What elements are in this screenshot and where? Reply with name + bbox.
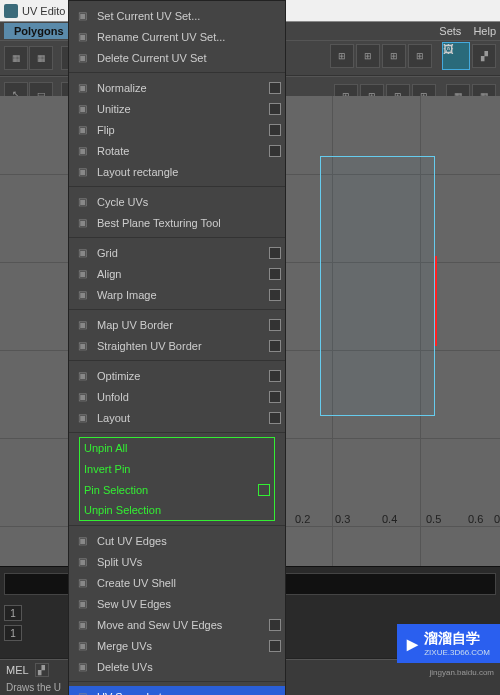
menu-item-icon: ▣ <box>73 7 91 25</box>
option-box-icon[interactable] <box>269 340 281 352</box>
app-icon <box>4 4 18 18</box>
option-box-icon[interactable] <box>269 124 281 136</box>
menu-item-label: Delete Current UV Set <box>97 52 281 64</box>
option-box-icon[interactable] <box>269 247 281 259</box>
menu-item-icon: ▣ <box>73 337 91 355</box>
tool-grid2-icon[interactable]: ▦ <box>29 46 53 70</box>
selected-edge[interactable] <box>435 256 437 346</box>
tool-r4-icon[interactable]: ⊞ <box>408 44 432 68</box>
menu-item-align[interactable]: ▣Align <box>69 263 285 284</box>
menu-item-pin-selection[interactable]: ▣Pin Selection <box>79 479 275 500</box>
menu-item-icon: ▣ <box>73 121 91 139</box>
option-box-icon[interactable] <box>269 412 281 424</box>
menu-item-label: Merge UVs <box>97 640 263 652</box>
mel-icon[interactable]: ▞ <box>35 663 49 677</box>
menu-item-split-uvs[interactable]: ▣Split UVs <box>69 551 285 572</box>
tab-polygons[interactable]: Polygons <box>4 23 74 39</box>
menu-item-label: Best Plane Texturing Tool <box>97 217 281 229</box>
menu-item-set-current-uv-set[interactable]: ▣Set Current UV Set... <box>69 5 285 26</box>
menu-item-rename-current-uv-set[interactable]: ▣Rename Current UV Set... <box>69 26 285 47</box>
menu-item-map-uv-border[interactable]: ▣Map UV Border <box>69 314 285 335</box>
menu-item-delete-current-uv-set[interactable]: ▣Delete Current UV Set <box>69 47 285 68</box>
menu-item-unitize[interactable]: ▣Unitize <box>69 98 285 119</box>
option-box-icon[interactable] <box>269 289 281 301</box>
menu-item-icon: ▣ <box>73 688 91 696</box>
option-box-icon[interactable] <box>269 268 281 280</box>
menu-item-label: Optimize <box>97 370 263 382</box>
menu-item-label: Layout rectangle <box>97 166 281 178</box>
option-box-icon[interactable] <box>269 103 281 115</box>
menu-item-flip[interactable]: ▣Flip <box>69 119 285 140</box>
menu-item-icon: ▣ <box>73 163 91 181</box>
uv-shell-rect[interactable] <box>320 156 435 416</box>
menu-item-icon: ▣ <box>73 553 91 571</box>
axis-label: 0.6 <box>468 513 483 525</box>
menu-item-invert-pin[interactable]: ▣Invert Pin <box>79 458 275 479</box>
menu-sets[interactable]: Sets <box>439 25 461 37</box>
menu-item-move-and-sew-uv-edges[interactable]: ▣Move and Sew UV Edges <box>69 614 285 635</box>
menu-item-icon: ▣ <box>73 49 91 67</box>
menu-item-label: Align <box>97 268 263 280</box>
menu-item-merge-uvs[interactable]: ▣Merge UVs <box>69 635 285 656</box>
menu-item-icon: ▣ <box>73 595 91 613</box>
option-box-icon[interactable] <box>269 391 281 403</box>
menu-item-label: Unfold <box>97 391 263 403</box>
play-icon: ▶ <box>407 636 418 652</box>
tool-r2-icon[interactable]: ⊞ <box>356 44 380 68</box>
watermark-footer: jingyan.baidu.com <box>430 668 494 677</box>
menu-item-unpin-selection[interactable]: ▣Unpin Selection <box>79 500 275 521</box>
menu-item-cut-uv-edges[interactable]: ▣Cut UV Edges <box>69 530 285 551</box>
menu-item-grid[interactable]: ▣Grid <box>69 242 285 263</box>
menu-item-straighten-uv-border[interactable]: ▣Straighten UV Border <box>69 335 285 356</box>
tool-grid-icon[interactable]: ▦ <box>4 46 28 70</box>
menu-item-label: Layout <box>97 412 263 424</box>
menu-item-label: Grid <box>97 247 263 259</box>
tool-checker-icon[interactable]: ▞ <box>472 44 496 68</box>
menu-item-best-plane-texturing-tool[interactable]: ▣Best Plane Texturing Tool <box>69 212 285 233</box>
menu-item-label: Set Current UV Set... <box>97 10 281 22</box>
menu-item-icon: ▣ <box>73 574 91 592</box>
menu-item-label: Normalize <box>97 82 263 94</box>
option-box-icon[interactable] <box>269 145 281 157</box>
menu-item-unpin-all[interactable]: ▣Unpin All <box>79 437 275 458</box>
menu-item-sew-uv-edges[interactable]: ▣Sew UV Edges <box>69 593 285 614</box>
menu-item-label: Unpin All <box>84 442 270 454</box>
menu-item-label: Rotate <box>97 145 263 157</box>
frame-box-2[interactable]: 1 <box>4 625 22 641</box>
menu-item-uv-snapshot[interactable]: ▣UV Snapshot... <box>69 686 285 695</box>
option-box-icon[interactable] <box>269 82 281 94</box>
option-box-icon[interactable] <box>258 484 270 496</box>
option-box-icon[interactable] <box>269 640 281 652</box>
axis-label: 0.4 <box>382 513 397 525</box>
menu-help[interactable]: Help <box>473 25 496 37</box>
menu-item-icon: ▣ <box>73 214 91 232</box>
menu-item-rotate[interactable]: ▣Rotate <box>69 140 285 161</box>
status-text: Draws the U <box>6 682 61 693</box>
option-box-icon[interactable] <box>269 619 281 631</box>
menu-item-label: Unitize <box>97 103 263 115</box>
option-box-icon[interactable] <box>269 370 281 382</box>
menu-item-label: Cut UV Edges <box>97 535 281 547</box>
context-menu[interactable]: ▣Set Current UV Set...▣Rename Current UV… <box>68 0 286 695</box>
menu-item-label: Sew UV Edges <box>97 598 281 610</box>
option-box-icon[interactable] <box>269 319 281 331</box>
menu-item-cycle-uvs[interactable]: ▣Cycle UVs <box>69 191 285 212</box>
frame-box[interactable]: 1 <box>4 605 22 621</box>
tool-r3-icon[interactable]: ⊞ <box>382 44 406 68</box>
menu-item-normalize[interactable]: ▣Normalize <box>69 77 285 98</box>
tool-image-toggle-icon[interactable]: 🖼 <box>442 42 470 70</box>
menu-item-optimize[interactable]: ▣Optimize <box>69 365 285 386</box>
menu-item-delete-uvs[interactable]: ▣Delete UVs <box>69 656 285 677</box>
axis-label: 0.7 <box>494 513 500 525</box>
menu-item-icon: ▣ <box>73 388 91 406</box>
menu-item-label: Warp Image <box>97 289 263 301</box>
menu-item-icon: ▣ <box>73 79 91 97</box>
tool-r1-icon[interactable]: ⊞ <box>330 44 354 68</box>
menu-item-layout-rectangle[interactable]: ▣Layout rectangle <box>69 161 285 182</box>
menu-item-unfold[interactable]: ▣Unfold <box>69 386 285 407</box>
menu-item-label: Flip <box>97 124 263 136</box>
menu-item-layout[interactable]: ▣Layout <box>69 407 285 428</box>
menu-item-label: Unpin Selection <box>84 504 270 516</box>
menu-item-warp-image[interactable]: ▣Warp Image <box>69 284 285 305</box>
menu-item-create-uv-shell[interactable]: ▣Create UV Shell <box>69 572 285 593</box>
